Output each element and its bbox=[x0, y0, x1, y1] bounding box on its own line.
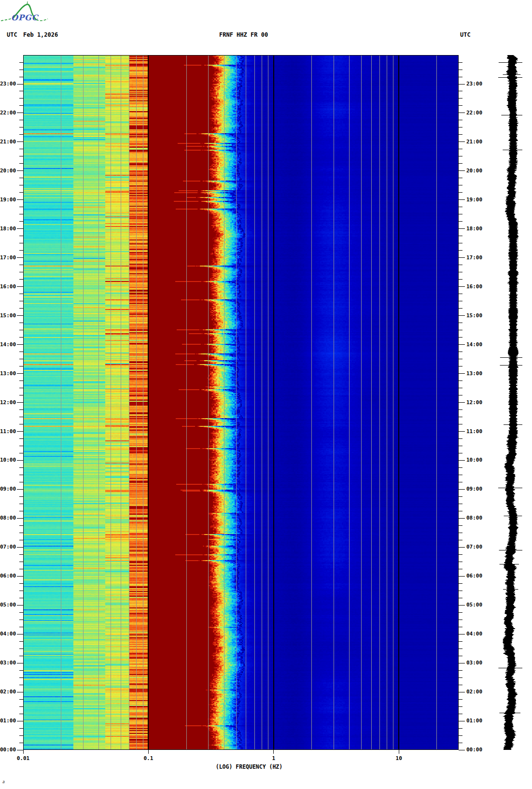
y-minor-tick-right bbox=[459, 467, 462, 468]
y-minor-tick-right bbox=[459, 475, 462, 475]
y-minor-tick-right bbox=[459, 366, 462, 366]
y-hour-label-left: 07:00 bbox=[0, 544, 16, 550]
y-minor-tick-left bbox=[19, 127, 23, 127]
y-minor-tick-right bbox=[459, 337, 462, 338]
y-minor-tick-right bbox=[459, 612, 462, 613]
y-minor-tick-left bbox=[19, 163, 23, 164]
y-minor-tick-left bbox=[19, 395, 23, 395]
y-hour-tick-right bbox=[459, 170, 465, 171]
y-minor-tick-left bbox=[19, 70, 23, 70]
y-hour-label-left: 12:00 bbox=[0, 399, 16, 406]
y-minor-tick-left bbox=[19, 612, 23, 613]
y-minor-tick-right bbox=[459, 706, 462, 707]
y-minor-tick-right bbox=[459, 446, 462, 446]
y-hour-label-left: 10:00 bbox=[0, 457, 16, 463]
y-hour-tick-left bbox=[17, 141, 23, 142]
y-minor-tick-right bbox=[459, 409, 462, 410]
y-minor-tick-left bbox=[19, 192, 23, 193]
y-minor-tick-left bbox=[19, 337, 23, 338]
y-hour-label-left: 19:00 bbox=[0, 197, 16, 203]
y-hour-label-right: 16:00 bbox=[466, 283, 486, 290]
y-minor-tick-left bbox=[19, 699, 23, 700]
y-minor-tick-right bbox=[459, 743, 462, 743]
y-hour-tick-left bbox=[17, 286, 23, 287]
y-minor-tick-left bbox=[19, 221, 23, 222]
y-hour-label-right: 00:00 bbox=[466, 747, 486, 753]
logo-text: OPGC bbox=[11, 13, 39, 22]
y-minor-tick-left bbox=[19, 540, 23, 540]
y-minor-tick-left bbox=[19, 417, 23, 417]
y-minor-tick-right bbox=[459, 236, 462, 236]
y-minor-tick-right bbox=[459, 714, 462, 714]
y-minor-tick-right bbox=[459, 670, 462, 671]
y-minor-tick-left bbox=[19, 511, 23, 511]
y-minor-tick-right bbox=[459, 120, 462, 120]
x-decade-tick bbox=[148, 750, 149, 754]
y-minor-tick-left bbox=[19, 243, 23, 243]
station-title: FRNF HHZ FR 00 bbox=[219, 31, 268, 38]
y-minor-tick-right bbox=[459, 728, 462, 729]
y-hour-tick-right bbox=[459, 721, 465, 721]
y-minor-tick-right bbox=[459, 511, 462, 511]
y-minor-tick-left bbox=[19, 504, 23, 504]
y-minor-tick-right bbox=[459, 591, 462, 591]
y-minor-tick-left bbox=[19, 648, 23, 649]
y-hour-tick-left bbox=[17, 605, 23, 606]
y-minor-tick-right bbox=[459, 279, 462, 280]
y-hour-tick-left bbox=[17, 489, 23, 490]
x-decade-tick bbox=[273, 750, 274, 754]
y-hour-label-right: 23:00 bbox=[466, 81, 486, 87]
y-hour-tick-left bbox=[17, 257, 23, 258]
y-hour-label-left: 00:00 bbox=[0, 747, 16, 753]
y-hour-label-right: 18:00 bbox=[466, 225, 486, 232]
y-minor-tick-right bbox=[459, 243, 462, 243]
y-minor-tick-right bbox=[459, 540, 462, 540]
y-hour-tick-right bbox=[459, 257, 465, 258]
y-minor-tick-right bbox=[459, 250, 462, 251]
x-tick-label: 1 bbox=[262, 755, 285, 761]
y-minor-tick-right bbox=[459, 105, 462, 106]
y-hour-label-right: 02:00 bbox=[466, 689, 486, 695]
y-hour-label-right: 01:00 bbox=[466, 718, 486, 724]
y-minor-tick-left bbox=[19, 728, 23, 729]
y-hour-tick-left bbox=[17, 663, 23, 663]
y-minor-tick-right bbox=[459, 482, 462, 482]
y-hour-label-left: 16:00 bbox=[0, 283, 16, 290]
y-minor-tick-right bbox=[459, 301, 462, 301]
y-minor-tick-right bbox=[459, 620, 462, 620]
y-minor-tick-right bbox=[459, 569, 462, 569]
y-minor-tick-left bbox=[19, 359, 23, 359]
y-minor-tick-left bbox=[19, 294, 23, 294]
y-hour-label-right: 13:00 bbox=[466, 370, 486, 377]
y-minor-tick-right bbox=[459, 62, 462, 63]
seismogram-trace bbox=[498, 55, 522, 750]
y-hour-label-right: 08:00 bbox=[466, 515, 486, 521]
y-hour-tick-right bbox=[459, 576, 465, 577]
y-minor-tick-right bbox=[459, 504, 462, 504]
y-minor-tick-left bbox=[19, 272, 23, 272]
y-minor-tick-left bbox=[19, 134, 23, 135]
y-minor-tick-right bbox=[459, 178, 462, 178]
y-hour-tick-right bbox=[459, 228, 465, 229]
y-hour-label-right: 09:00 bbox=[466, 486, 486, 492]
y-minor-tick-left bbox=[19, 352, 23, 352]
y-hour-tick-right bbox=[459, 489, 465, 490]
y-hour-tick-right bbox=[459, 634, 465, 634]
y-minor-tick-right bbox=[459, 699, 462, 700]
spectrogram-heatmap bbox=[23, 55, 459, 750]
y-minor-tick-right bbox=[459, 77, 462, 77]
y-minor-tick-right bbox=[459, 127, 462, 127]
utc-right-label: UTC bbox=[460, 31, 471, 38]
y-minor-tick-left bbox=[19, 598, 23, 598]
y-hour-label-left: 14:00 bbox=[0, 341, 16, 348]
y-hour-tick-left bbox=[17, 373, 23, 374]
y-minor-tick-left bbox=[19, 366, 23, 366]
y-hour-label-right: 12:00 bbox=[466, 399, 486, 406]
y-minor-tick-right bbox=[459, 207, 462, 207]
y-minor-tick-left bbox=[19, 496, 23, 497]
y-hour-label-right: 03:00 bbox=[466, 660, 486, 666]
y-minor-tick-right bbox=[459, 677, 462, 678]
y-minor-tick-right bbox=[459, 272, 462, 272]
y-hour-tick-right bbox=[459, 141, 465, 142]
y-minor-tick-left bbox=[19, 156, 23, 156]
